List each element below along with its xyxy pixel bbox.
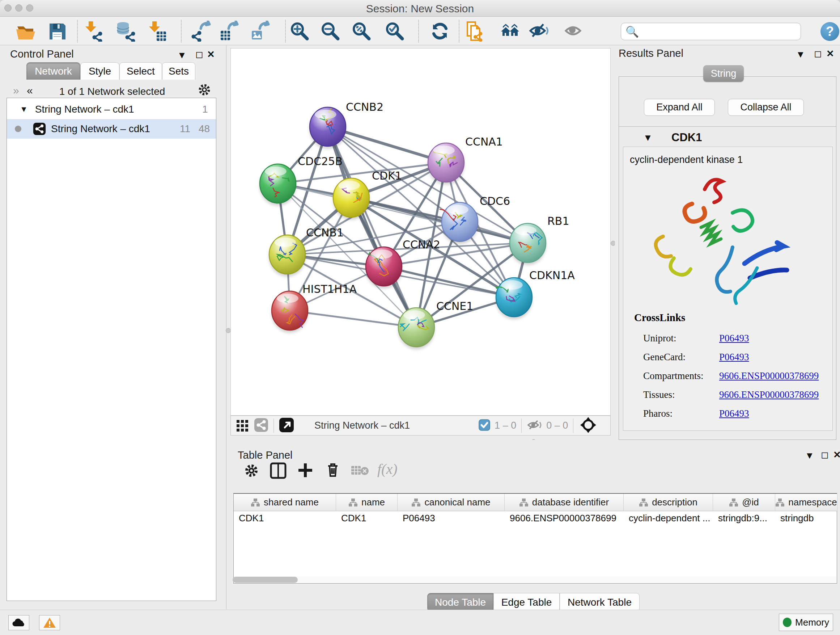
table-panel-close-icon[interactable]: ✕ bbox=[833, 449, 840, 461]
export-image-button[interactable] bbox=[249, 21, 271, 42]
hidden-eye-icon[interactable] bbox=[527, 419, 543, 432]
table-panel-float-icon[interactable]: ◻ bbox=[821, 449, 829, 461]
network-share-icon[interactable] bbox=[254, 418, 268, 434]
crosslink-link[interactable]: 9606.ENSP00000378699 bbox=[719, 389, 819, 401]
copy-documents-button[interactable] bbox=[464, 21, 485, 42]
export-table-button[interactable] bbox=[218, 21, 240, 42]
tree-expander-icon[interactable]: ▼ bbox=[20, 105, 28, 114]
column-header-name[interactable]: name bbox=[336, 494, 398, 511]
crosslink-link[interactable]: P06493 bbox=[719, 408, 749, 419]
help-button[interactable]: ? bbox=[821, 22, 839, 41]
zoom-fit-icon bbox=[351, 21, 372, 42]
collapse-all-button[interactable]: Collapse All bbox=[728, 99, 804, 116]
network-node-CCNA1[interactable] bbox=[428, 143, 464, 185]
crosslink-link[interactable]: 9606.ENSP00000378699 bbox=[719, 371, 819, 382]
open-folder-button[interactable] bbox=[15, 21, 36, 42]
network-node-CCNB2[interactable] bbox=[309, 107, 346, 149]
column-header-description[interactable]: description bbox=[624, 494, 713, 511]
save-button[interactable] bbox=[47, 21, 68, 42]
table-cell[interactable]: cyclin-dependent ... bbox=[624, 511, 713, 525]
refresh-button[interactable] bbox=[429, 21, 450, 42]
network-node-HIST1H1A[interactable] bbox=[272, 291, 308, 333]
table-hscrollbar-thumb[interactable] bbox=[233, 577, 298, 583]
copy-documents-icon bbox=[464, 21, 485, 42]
network-node-CCNE1[interactable] bbox=[398, 308, 434, 349]
network-node-RB1[interactable] bbox=[510, 223, 546, 265]
left-splitter-handle[interactable] bbox=[226, 328, 231, 333]
tab-node-table[interactable]: Node Table bbox=[427, 593, 493, 611]
table-cell[interactable]: P06493 bbox=[398, 511, 505, 525]
column-header-sharedname[interactable]: shared name bbox=[234, 494, 336, 511]
export-network-button[interactable] bbox=[191, 21, 212, 42]
birdseye-crosshair-icon[interactable] bbox=[580, 417, 597, 435]
tree-row[interactable]: String Network – cdk11148 bbox=[7, 119, 216, 139]
network-options-gear-icon[interactable] bbox=[197, 82, 212, 98]
tab-select[interactable]: Select bbox=[119, 62, 162, 80]
crosslink-link[interactable]: P06493 bbox=[719, 333, 749, 344]
expand-all-button[interactable]: Expand All bbox=[644, 99, 715, 116]
tab-network-table[interactable]: Network Table bbox=[560, 593, 639, 611]
results-panel-close-icon[interactable]: ✕ bbox=[826, 48, 834, 59]
table-cell[interactable]: stringdb bbox=[775, 511, 837, 525]
network-node-CDKN1A[interactable] bbox=[496, 278, 532, 319]
cloud-button[interactable] bbox=[8, 615, 29, 630]
column-header-id[interactable]: @id bbox=[713, 494, 775, 511]
search-input[interactable] bbox=[642, 26, 797, 38]
title-bar: Session: New Session bbox=[0, 0, 840, 17]
network-canvas[interactable]: CCNB2CCNA1CDC25BCDK1CDC6RB1CCNB1CCNA2CDK… bbox=[231, 48, 611, 416]
zoom-selected-button[interactable] bbox=[384, 21, 405, 42]
tab-edge-table[interactable]: Edge Table bbox=[493, 593, 560, 611]
import-database-button[interactable] bbox=[115, 21, 136, 42]
hide-eye-button[interactable] bbox=[528, 21, 549, 42]
collapse-all-tree-icon[interactable]: » bbox=[13, 84, 19, 97]
table-cell[interactable]: CDK1 bbox=[234, 511, 336, 525]
results-panel-float-icon[interactable]: ◻ bbox=[814, 48, 822, 59]
tab-sets[interactable]: Sets bbox=[162, 62, 195, 80]
results-panel-menu-icon[interactable]: ▼ bbox=[796, 49, 805, 60]
delete-column-trash-icon[interactable] bbox=[325, 462, 341, 480]
network-node-CDK1[interactable] bbox=[333, 178, 369, 220]
column-header-databaseidentifier[interactable]: database identifier bbox=[505, 494, 624, 511]
selected-checkbox-icon[interactable] bbox=[478, 419, 490, 432]
crosslink-link[interactable]: P06493 bbox=[719, 352, 749, 363]
grid-view-icon[interactable] bbox=[236, 418, 249, 433]
network-node-CDC25B[interactable] bbox=[260, 164, 296, 206]
gene-section-toggle-icon[interactable]: ▼ bbox=[643, 132, 653, 143]
import-table-button[interactable] bbox=[147, 21, 168, 42]
gene-section-title: CDK1 bbox=[671, 131, 702, 144]
table-cell[interactable]: CDK1 bbox=[336, 511, 398, 525]
control-panel-close-icon[interactable]: ✕ bbox=[207, 49, 215, 60]
column-header-canonicalname[interactable]: canonical name bbox=[398, 494, 505, 511]
network-node-CDC6[interactable] bbox=[440, 203, 478, 244]
network-node-CCNB1[interactable] bbox=[269, 235, 305, 277]
tab-style[interactable]: Style bbox=[80, 62, 119, 80]
column-header-label: database identifier bbox=[532, 497, 609, 508]
network-node-CCNA2[interactable] bbox=[366, 247, 402, 288]
table-cell[interactable]: 9606.ENSP00000378699 bbox=[505, 511, 624, 525]
toolbar-separator bbox=[285, 20, 286, 42]
home-network-button[interactable] bbox=[500, 21, 521, 42]
warnings-button[interactable] bbox=[39, 615, 60, 630]
tab-network[interactable]: Network bbox=[27, 62, 80, 80]
tree-row[interactable]: ▼String Network – cdk11 bbox=[7, 100, 216, 119]
open-network-view-icon[interactable] bbox=[279, 417, 294, 434]
zoom-out-button[interactable] bbox=[320, 21, 341, 42]
show-columns-icon[interactable] bbox=[270, 462, 287, 481]
zoom-in-button[interactable] bbox=[289, 21, 310, 42]
tab-string[interactable]: String bbox=[703, 65, 744, 82]
tree-item-label: String Network – cdk1 bbox=[35, 103, 134, 115]
table-hscrollbar-track[interactable] bbox=[234, 576, 836, 583]
add-column-icon[interactable] bbox=[297, 462, 314, 480]
warning-icon bbox=[43, 617, 56, 629]
control-panel-menu-icon[interactable]: ▼ bbox=[177, 50, 187, 61]
expand-all-tree-icon[interactable]: « bbox=[27, 84, 33, 97]
table-cell[interactable]: stringdb:9... bbox=[713, 511, 775, 525]
zoom-fit-button[interactable] bbox=[351, 21, 372, 42]
column-header-namespace[interactable]: namespace bbox=[775, 494, 837, 511]
table-settings-gear-icon[interactable] bbox=[243, 463, 259, 480]
memory-button[interactable]: Memory bbox=[779, 614, 833, 631]
control-panel-float-icon[interactable]: ◻ bbox=[195, 49, 203, 60]
control-panel: Control Panel ▼ ◻ ✕ NetworkStyleSelectSe… bbox=[0, 45, 226, 609]
show-eye-button[interactable] bbox=[564, 21, 584, 42]
import-network-button[interactable] bbox=[84, 21, 104, 42]
